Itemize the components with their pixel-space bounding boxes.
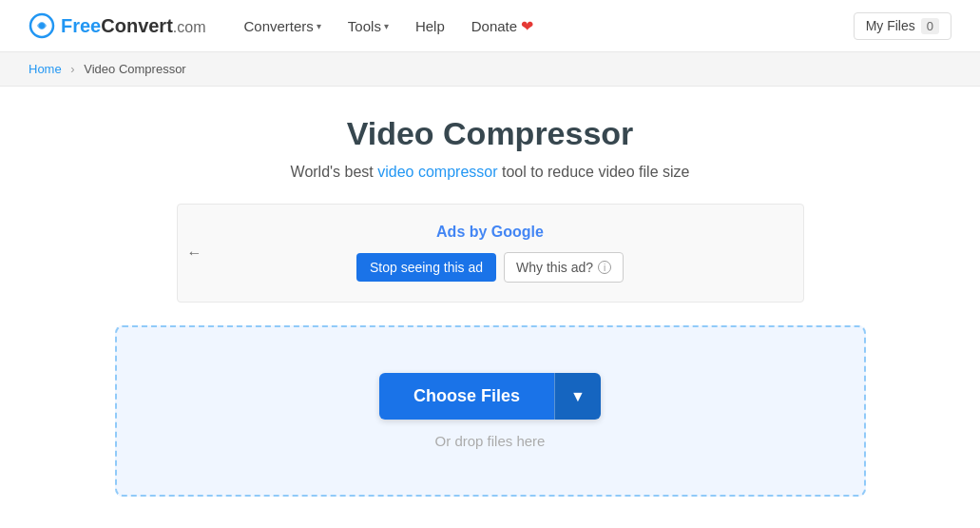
nav-help[interactable]: Help	[415, 18, 445, 34]
page-title: Video Compressor	[347, 115, 634, 152]
main-content: Video Compressor World's best video comp…	[0, 87, 980, 525]
why-ad-button[interactable]: Why this ad? i	[504, 252, 624, 283]
converters-chevron-icon: ▾	[317, 21, 321, 31]
nav-converters[interactable]: Converters ▾	[244, 18, 321, 34]
ad-buttons-group: Stop seeing this ad Why this ad? i	[356, 252, 624, 283]
logo-icon	[29, 12, 55, 39]
breadcrumb-current: Video Compressor	[84, 62, 185, 76]
ads-by-google-label: Ads by Google	[436, 224, 544, 241]
tools-chevron-icon: ▾	[384, 21, 389, 31]
breadcrumb: Home › Video Compressor	[0, 52, 980, 87]
choose-files-dropdown-button[interactable]: ▼	[554, 373, 601, 420]
info-icon: i	[598, 261, 611, 274]
my-files-button[interactable]: My Files 0	[854, 12, 951, 40]
drop-files-text: Or drop files here	[435, 433, 546, 449]
stop-ad-button[interactable]: Stop seeing this ad	[356, 253, 496, 282]
nav-tools[interactable]: Tools ▾	[348, 18, 389, 34]
logo-text: FreeConvert.com	[61, 15, 206, 37]
choose-files-wrapper: Choose Files ▼	[379, 373, 601, 420]
ad-container: ← Ads by Google Stop seeing this ad Why …	[177, 204, 804, 303]
svg-point-1	[39, 23, 45, 29]
file-dropzone[interactable]: Choose Files ▼ Or drop files here	[115, 325, 866, 497]
heart-icon: ❤	[521, 17, 533, 35]
site-header: FreeConvert.com Converters ▾ Tools ▾ Hel…	[0, 0, 980, 52]
main-nav: Converters ▾ Tools ▾ Help Donate ❤	[244, 17, 854, 35]
choose-files-button[interactable]: Choose Files	[379, 373, 554, 420]
breadcrumb-home[interactable]: Home	[29, 62, 62, 76]
my-files-count: 0	[921, 18, 939, 34]
page-subtitle: World's best video compressor tool to re…	[291, 164, 690, 181]
back-arrow-icon[interactable]: ←	[187, 244, 202, 262]
breadcrumb-separator: ›	[70, 62, 74, 76]
nav-donate[interactable]: Donate ❤	[471, 17, 533, 35]
site-logo[interactable]: FreeConvert.com	[29, 12, 206, 39]
